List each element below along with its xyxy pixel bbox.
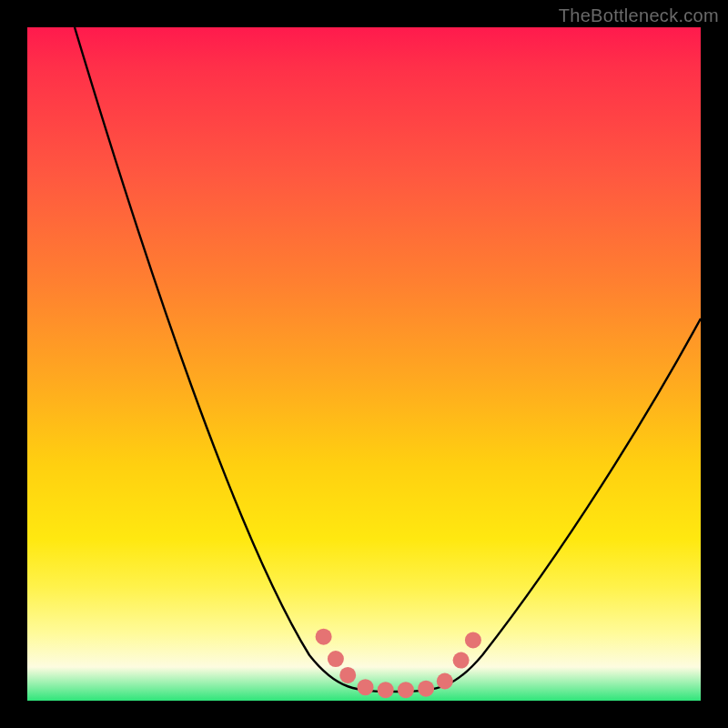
valley-marker bbox=[358, 679, 374, 695]
valley-marker bbox=[378, 682, 394, 698]
valley-marker bbox=[316, 629, 332, 645]
valley-marker bbox=[398, 682, 414, 698]
chart-frame: TheBottleneck.com bbox=[0, 0, 728, 728]
marker-group bbox=[316, 629, 481, 699]
valley-markers bbox=[27, 27, 701, 701]
valley-marker bbox=[465, 632, 481, 648]
valley-marker bbox=[328, 651, 344, 667]
plot-area bbox=[27, 27, 701, 701]
valley-marker bbox=[339, 667, 356, 683]
watermark-label: TheBottleneck.com bbox=[559, 5, 719, 26]
valley-marker bbox=[418, 681, 434, 697]
valley-marker bbox=[437, 673, 453, 690]
valley-marker bbox=[453, 652, 470, 669]
